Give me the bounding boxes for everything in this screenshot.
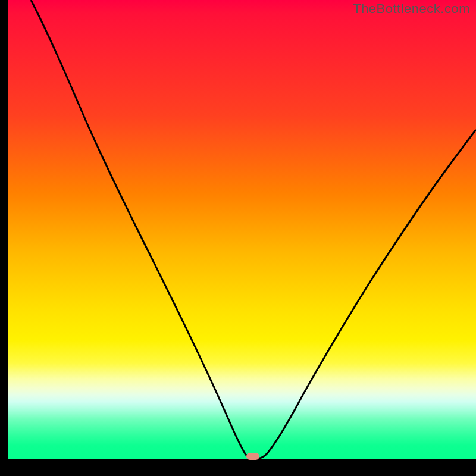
chart-frame: TheBottleneck.com [0,0,476,476]
bottleneck-curve [8,0,476,468]
plot-area [8,0,476,468]
y-axis [0,0,8,476]
optimal-marker [246,453,259,460]
curve-path [31,0,476,459]
watermark-text: TheBottleneck.com [353,1,470,17]
x-axis [0,468,476,476]
